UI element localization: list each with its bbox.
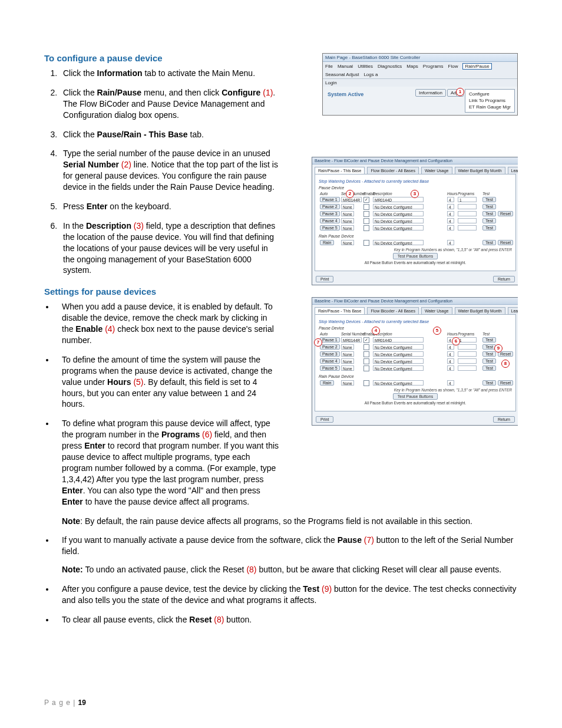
enable-checkbox[interactable] (363, 358, 369, 364)
hours-input[interactable]: 4 (447, 218, 454, 223)
test-button[interactable]: Test (482, 225, 496, 230)
bullet-programs: To define what program this pause device… (55, 418, 280, 507)
programs-input[interactable] (458, 218, 477, 223)
test-button[interactable]: Test (482, 337, 496, 342)
enable-checkbox[interactable] (363, 218, 369, 224)
pause-device-heading: Pause Device (319, 186, 512, 190)
menu-utilities[interactable]: Utilities (358, 64, 373, 69)
enable-checkbox[interactable] (363, 225, 369, 231)
enable-checkbox[interactable] (363, 365, 369, 371)
menu-flow[interactable]: Flow (448, 64, 458, 69)
return-button[interactable]: Return (493, 276, 515, 282)
desc-input[interactable]: No Device Configured (373, 225, 424, 230)
print-button[interactable]: Print (316, 276, 333, 282)
pause-button[interactable]: Pause 2 (320, 204, 340, 209)
pause-button[interactable]: Pause 4 (320, 218, 340, 223)
sn-input[interactable]: MR0144R (341, 337, 362, 342)
submenu-et-rain[interactable]: ET Rain Gauge Mgr (469, 104, 511, 110)
test-button[interactable]: Test (482, 351, 496, 357)
tab-learn-flow[interactable]: Learn Flow (508, 167, 518, 174)
enable-checkbox[interactable] (363, 351, 369, 357)
menu-login[interactable]: Login (325, 80, 337, 85)
test-button[interactable]: Test (482, 365, 496, 371)
sn-input[interactable]: None (341, 225, 354, 230)
information-button[interactable]: Information (415, 89, 446, 97)
pause-button[interactable]: Pause 1 (320, 337, 340, 342)
rain-enable-checkbox[interactable] (363, 240, 369, 246)
reset-button[interactable]: Reset (498, 351, 513, 357)
menu-manual[interactable]: Manual (338, 64, 353, 69)
programs-input[interactable]: 1 (458, 337, 477, 342)
rain-hours-input[interactable]: 4 (447, 240, 454, 245)
sn-input[interactable]: None (341, 351, 354, 357)
desc-input[interactable]: MR0144D (373, 337, 424, 342)
rain-test-button[interactable]: Test (482, 240, 496, 245)
menu-diagnostics[interactable]: Diagnostics (378, 64, 402, 69)
test-button[interactable]: Test (482, 204, 496, 209)
sn-input[interactable]: None (341, 204, 354, 209)
menu-programs[interactable]: Programs (423, 64, 444, 69)
desc-input[interactable]: No Device Configured (373, 365, 424, 371)
hours-input[interactable]: 4 (447, 351, 454, 357)
test-pause-buttons-button[interactable]: Test Pause Buttons (393, 253, 438, 259)
menu-seasonal[interactable]: Seasonal Adjust (325, 72, 359, 77)
test-button[interactable]: Test (482, 211, 496, 216)
desc-input[interactable]: No Device Configured (373, 344, 424, 350)
rain-desc-input[interactable]: No Device Configured (373, 240, 424, 245)
enable-checkbox[interactable] (363, 211, 369, 217)
tab-water-usage[interactable]: Water Usage (421, 167, 452, 174)
desc-input[interactable]: No Device Configured (373, 204, 424, 209)
menu-logs[interactable]: Logs a (363, 72, 378, 77)
tab-flow-bicoder[interactable]: Flow Bicoder - All Bases (367, 167, 418, 174)
reset-button[interactable]: Reset (498, 211, 513, 216)
hours-input[interactable]: 4 (447, 344, 454, 350)
enable-checkbox[interactable] (363, 344, 369, 350)
hours-input[interactable]: 4 (447, 365, 454, 371)
pause-button[interactable]: Pause 4 (320, 358, 340, 364)
pause-button[interactable]: Pause 1 (320, 197, 340, 202)
tab-rain-pause[interactable]: Rain/Pause - This Base (315, 167, 365, 174)
menu-rain-pause[interactable]: Rain/Pause (462, 63, 491, 70)
programs-input[interactable]: 1 (458, 197, 477, 202)
hours-input[interactable]: 4 (447, 211, 454, 216)
desc-input[interactable]: No Device Configured (373, 211, 424, 216)
pause-button[interactable]: Pause 5 (320, 225, 340, 230)
test-button[interactable]: Test (482, 197, 496, 202)
pause-button[interactable]: Pause 3 (320, 351, 340, 357)
sn-input[interactable]: None (341, 358, 354, 364)
programs-input[interactable] (458, 365, 477, 371)
pause-button[interactable]: Pause 5 (320, 365, 340, 371)
programs-input[interactable] (458, 225, 477, 230)
rain-reset-button[interactable]: Reset (498, 240, 513, 245)
menu-file[interactable]: File (325, 64, 333, 69)
enable-checkbox[interactable]: ✓ (363, 337, 369, 343)
test-button[interactable]: Test (482, 358, 496, 364)
menu-maps[interactable]: Maps (406, 64, 418, 69)
submenu-configure[interactable]: Configure (469, 91, 511, 97)
programs-input[interactable] (458, 351, 477, 357)
hours-input[interactable]: 4 (447, 358, 454, 364)
desc-input[interactable]: No Device Configured (373, 351, 424, 357)
hours-input[interactable]: 4 (447, 197, 454, 202)
sn-input[interactable]: None (341, 365, 354, 371)
desc-input[interactable]: No Device Configured (373, 358, 424, 364)
tab-water-budget[interactable]: Water Budget By Month (455, 167, 505, 174)
enable-checkbox[interactable] (363, 204, 369, 210)
pause-button[interactable]: Pause 3 (320, 211, 340, 216)
rain-pause-button[interactable]: Rain (320, 240, 334, 245)
programs-input[interactable] (458, 211, 477, 216)
programs-input[interactable] (458, 204, 477, 209)
hours-input[interactable]: 4 (447, 204, 454, 209)
programs-input[interactable] (458, 358, 477, 364)
sn-input[interactable]: None (341, 344, 354, 350)
sn-input[interactable]: None (341, 211, 354, 216)
pause-button[interactable]: Pause 2 (320, 344, 340, 350)
rain-sn-input[interactable]: None (341, 240, 354, 245)
enable-checkbox[interactable]: ✓ (363, 197, 369, 203)
programs-input[interactable] (458, 344, 477, 350)
sn-input[interactable]: None (341, 218, 354, 223)
hours-input[interactable]: 4 (447, 225, 454, 230)
submenu-link[interactable]: Link To Programs (469, 97, 511, 104)
test-button[interactable]: Test (482, 218, 496, 223)
desc-input[interactable]: No Device Configured (373, 218, 424, 223)
